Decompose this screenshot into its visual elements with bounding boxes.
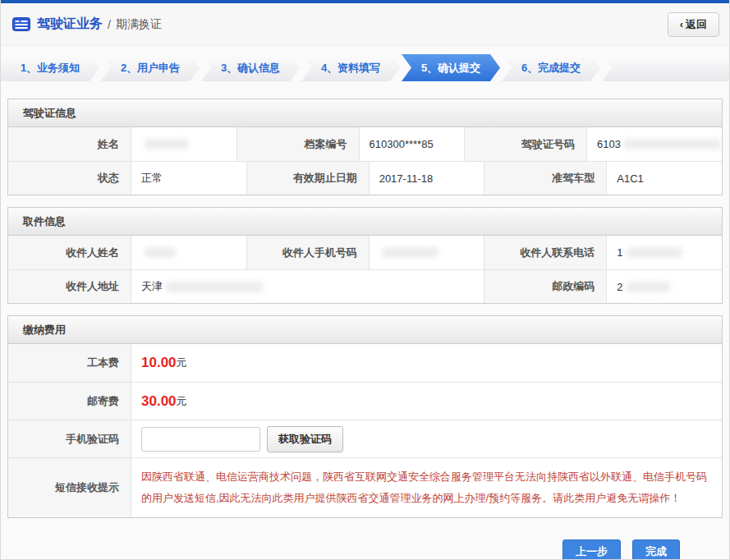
license-info-row-2: 状态 正常 有效期止日期 2017-11-18 准驾车型 A1C1	[8, 161, 722, 195]
sms-code-row: 手机验证码 获取验证码	[8, 420, 722, 457]
sms-notice-text: 因陕西省联通、电信运营商技术问题，陕西省互联网交通安全综合服务管理平台无法向持陕…	[141, 466, 710, 509]
fee-unit: 元	[177, 356, 187, 370]
field-label-mailing-fee: 邮寄费	[8, 382, 131, 420]
fee-unit: 元	[177, 394, 187, 409]
redacted-blob	[144, 139, 189, 149]
field-value-recipient-phone: 1	[606, 236, 722, 269]
section-pickup-info: 取件信息 收件人姓名 收件人手机号码 收件人联系电话 1 收件人地址 天津 邮政…	[7, 207, 723, 304]
section-title: 取件信息	[8, 208, 722, 236]
field-value-recipient-name	[131, 236, 246, 269]
step-label: 4、资料填写	[321, 62, 380, 74]
step-label: 6、完成提交	[521, 62, 581, 74]
redacted-blob	[144, 247, 177, 258]
step-label: 1、业务须知	[21, 62, 80, 74]
field-label-sms-code: 手机验证码	[8, 420, 131, 457]
fee-row-production: 工本费 10.00元	[8, 344, 722, 382]
breadcrumb-divider: /	[108, 18, 111, 31]
field-label-recipient-mobile: 收件人手机号码	[246, 236, 369, 269]
pickup-info-row-2: 收件人地址 天津 邮政编码 2	[8, 269, 722, 303]
page: 驾驶证业务 / 期满换证 ‹返回 1、业务须知 2、用户申告 3、确认信息 4、…	[0, 0, 730, 560]
section-license-info: 驾驶证信息 姓名 档案编号 610300****85 驾驶证号码 6103 状态…	[7, 99, 723, 195]
sms-code-cell: 获取验证码	[131, 420, 722, 457]
step-3-confirm-info: 3、确认信息	[201, 54, 300, 81]
footer-actions: 上一步 完成	[1, 530, 729, 560]
step-5-confirm-submit: 5、确认提交	[402, 54, 500, 81]
field-value-license-number: 6103	[586, 127, 722, 161]
step-nav-filler	[602, 54, 729, 81]
fee-amount: 30.00	[141, 393, 177, 410]
get-sms-code-button[interactable]: 获取验证码	[267, 426, 343, 452]
field-value-recipient-mobile	[369, 236, 484, 269]
step-nav: 1、业务须知 2、用户申告 3、确认信息 4、资料填写 5、确认提交 6、完成提…	[1, 54, 729, 81]
field-value-file-number: 610300****85	[359, 127, 465, 161]
field-label-file-number: 档案编号	[236, 127, 359, 161]
license-info-row-1: 姓名 档案编号 610300****85 驾驶证号码 6103	[8, 127, 722, 161]
license-business-icon	[12, 17, 30, 31]
fee-row-mailing: 邮寄费 30.00元	[8, 382, 722, 420]
field-value-production-fee: 10.00元	[131, 344, 722, 382]
step-2-user-declaration: 2、用户申告	[101, 54, 200, 81]
pickup-info-row-1: 收件人姓名 收件人手机号码 收件人联系电话 1	[8, 236, 722, 269]
step-label: 5、确认提交	[421, 62, 480, 74]
field-label-recipient-phone: 收件人联系电话	[484, 236, 606, 269]
field-label-sms-notice: 短信接收提示	[8, 457, 131, 517]
section-title: 驾驶证信息	[8, 99, 722, 127]
back-button[interactable]: ‹返回	[668, 12, 719, 37]
previous-step-button[interactable]: 上一步	[562, 539, 621, 560]
field-value-vehicle-class: A1C1	[606, 161, 722, 195]
section-fees: 缴纳费用 工本费 10.00元 邮寄费 30.00元 手机验证码 获取验证码 短…	[7, 315, 723, 518]
field-label-status: 状态	[8, 161, 131, 195]
field-label-postal-code: 邮政编码	[484, 269, 606, 303]
finish-button[interactable]: 完成	[632, 539, 680, 560]
field-label-license-number: 驾驶证号码	[464, 127, 586, 161]
back-button-label: 返回	[686, 18, 707, 30]
section-title: 缴纳费用	[8, 316, 722, 344]
redacted-blob	[623, 139, 722, 149]
breadcrumb-current: 期满换证	[116, 17, 162, 32]
sms-notice-cell: 因陕西省联通、电信运营商技术问题，陕西省互联网交通安全综合服务管理平台无法向持陕…	[131, 457, 722, 517]
field-value-postal-code: 2	[606, 269, 722, 303]
field-value-name	[131, 127, 236, 161]
sms-code-input[interactable]	[141, 427, 260, 452]
field-label-expiry-date: 有效期止日期	[246, 161, 369, 195]
chevron-left-icon: ‹	[680, 18, 683, 30]
field-label-vehicle-class: 准驾车型	[484, 161, 606, 195]
field-label-name: 姓名	[8, 127, 131, 161]
sms-notice-row: 短信接收提示 因陕西省联通、电信运营商技术问题，陕西省互联网交通安全综合服务管理…	[8, 457, 722, 517]
step-4-fill-materials: 4、资料填写	[301, 54, 400, 81]
step-label: 3、确认信息	[221, 62, 280, 74]
step-label: 2、用户申告	[121, 62, 180, 74]
redacted-blob	[165, 282, 264, 292]
redacted-blob	[626, 282, 671, 292]
field-label-recipient-name: 收件人姓名	[8, 236, 131, 269]
field-value-status: 正常	[131, 161, 246, 195]
field-label-production-fee: 工本费	[8, 344, 131, 382]
step-1-business-notice: 1、业务须知	[1, 54, 99, 81]
field-value-expiry-date: 2017-11-18	[369, 161, 484, 195]
page-title: 驾驶证业务	[37, 16, 103, 33]
page-header: 驾驶证业务 / 期满换证 ‹返回	[1, 3, 729, 46]
step-6-complete-submit: 6、完成提交	[502, 54, 600, 81]
field-value-recipient-address: 天津	[131, 269, 484, 303]
field-value-mailing-fee: 30.00元	[131, 382, 722, 420]
redacted-blob	[382, 247, 439, 258]
fee-amount: 10.00	[141, 355, 177, 371]
redacted-blob	[626, 247, 683, 258]
field-label-recipient-address: 收件人地址	[8, 269, 131, 303]
